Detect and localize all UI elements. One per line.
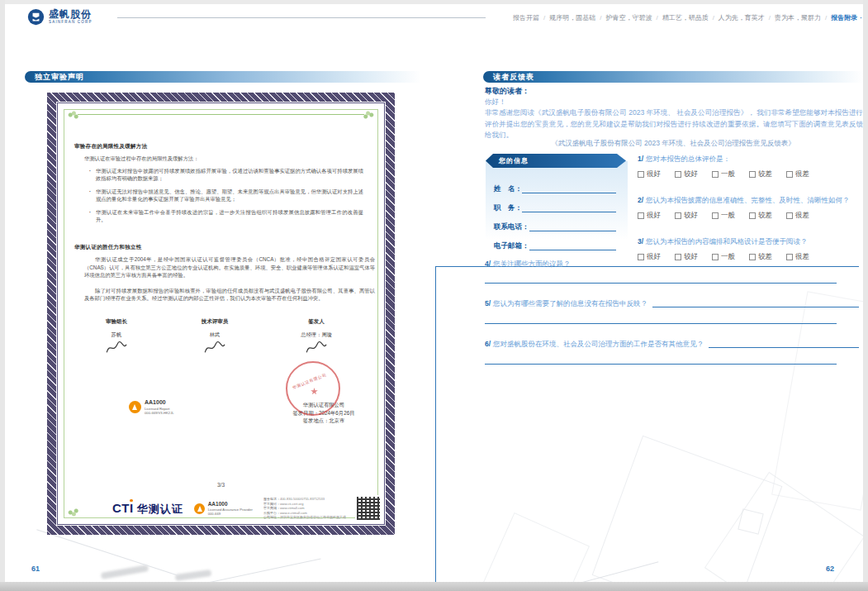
left-section-title: 独立审验声明 xyxy=(35,73,84,81)
page-edge xyxy=(0,0,5,591)
rating-option-label: 较差 xyxy=(758,169,772,179)
corner-ornament xyxy=(67,508,78,517)
field-input-line[interactable] xyxy=(529,250,617,250)
aa1000-icon xyxy=(194,503,205,514)
competence-paragraph: 华测认证成立于2004年，是经中国国家认证认可监督管理委员会（CNCA）批准，经… xyxy=(84,255,375,279)
limitations-bullets: 华测认证未对报告中披露的可持续发展绩效指标开展审验，仅通过访谈和查验事实证据的方… xyxy=(89,167,363,229)
question-6-inline-line[interactable] xyxy=(709,347,859,348)
aa1000-title: AA1000 xyxy=(145,399,174,407)
checkbox[interactable] xyxy=(638,171,644,178)
limitation-item: 华测认证在未来审验工作中会基于持续改进的宗旨，进一步关注报告组织可持续发展信息披… xyxy=(89,208,363,223)
signatory-role: 审验组长 xyxy=(104,318,129,326)
rating-option[interactable]: 一般 xyxy=(712,211,735,221)
feedback-intro: 非常感谢您阅读《武汉盛帆电子股份有限公司 2023 年环境、 社会及公司治理报告… xyxy=(485,107,863,141)
competence-heading: 华测认证的胜任力和独立性 xyxy=(74,244,142,251)
nav-item[interactable]: 报告开篇 xyxy=(513,14,549,21)
salutation: 尊敬的读者： xyxy=(485,86,529,97)
info-field: 电子邮箱： xyxy=(494,232,616,251)
question-5-answer-line[interactable] xyxy=(485,323,837,324)
nav-item[interactable]: 护青空，守碧波 xyxy=(605,14,662,21)
page-number-right: 62 xyxy=(826,565,834,573)
sail-logo-icon xyxy=(27,8,45,26)
signatory-name: 林武 xyxy=(202,331,229,339)
page-edge xyxy=(0,0,868,4)
background-watermark xyxy=(207,558,320,583)
handwritten-signature xyxy=(202,340,228,355)
competence-paragraph: 除了对可持续发展数据和报告的审验和核查外，审验组的任何成员都没有与武汉盛帆电子股… xyxy=(84,287,375,303)
field-label: 联系电话： xyxy=(494,222,529,232)
certificate-green-rule xyxy=(78,114,364,115)
brand-logo: 盛帆股份 SAINFRAN CORP xyxy=(27,8,92,26)
rating-option[interactable]: 较好 xyxy=(675,211,698,221)
background-watermark xyxy=(738,508,764,535)
checkbox[interactable] xyxy=(786,212,793,219)
question-1-options: 很好 较好 一般 较差 很差 xyxy=(638,169,862,179)
signatory: 技术评审员 林武 xyxy=(202,318,229,357)
greeting: 你好！ xyxy=(485,98,506,107)
nav-item[interactable]: 责为本，聚群力 xyxy=(775,14,831,21)
header-divider xyxy=(117,17,486,18)
rating-option[interactable]: 很好 xyxy=(638,169,661,179)
handwritten-signature xyxy=(304,340,330,355)
background-watermark xyxy=(771,291,868,510)
rating-option-label: 较好 xyxy=(684,211,698,221)
question-5-inline-line[interactable] xyxy=(652,307,859,307)
question-4-answer-line[interactable] xyxy=(485,283,837,284)
field-input-line[interactable] xyxy=(522,212,616,212)
limitation-item: 华测认证无法对报告中描述意见、信念、推论、愿望、期望、未来意图等观点出具审验意见… xyxy=(89,188,363,203)
background-watermark xyxy=(592,436,783,591)
left-section-title-bar: 独立审验声明 xyxy=(25,71,421,83)
rating-option-label: 较差 xyxy=(758,211,772,221)
rating-option[interactable]: 较差 xyxy=(749,169,772,179)
rating-option[interactable]: 很差 xyxy=(786,211,809,221)
limitations-heading: 审验存在的局限性及缓解方法 xyxy=(74,143,147,150)
nav-item-active[interactable]: 报告附录 xyxy=(831,13,857,22)
company-stamp: 华测认证有限公司 xyxy=(286,361,340,416)
nav-suffix: · xyxy=(860,14,862,21)
handwritten-signature xyxy=(103,340,129,355)
rating-option[interactable]: 较差 xyxy=(749,211,772,221)
nav-items: 报告开篇规序明，固基础护青空，守碧波精工艺，研品质人为先，育英才责为本，聚群力 xyxy=(513,13,831,22)
checkbox[interactable] xyxy=(675,171,681,178)
info-field: 职 务： xyxy=(494,194,616,213)
rating-option[interactable]: 很差 xyxy=(786,169,809,179)
cti-name: 华测认证 xyxy=(137,502,183,517)
checkbox[interactable] xyxy=(749,171,756,178)
question-5: 5/您认为有哪些需要了解的信息没有在报告中反映？ xyxy=(485,299,859,309)
stamp-star-icon xyxy=(311,388,318,395)
rating-option[interactable]: 很好 xyxy=(638,211,661,221)
background-watermark xyxy=(101,565,149,579)
issue-place: 签发地点：北京市 xyxy=(259,417,388,425)
question-2-label: 2/您认为本报告披露的信息准确性、完整性、及时性、清晰性如何？ xyxy=(638,196,862,206)
nav-item[interactable]: 规序明，固基础 xyxy=(549,14,605,21)
signatory: 签发人 总经理：周璇 xyxy=(301,318,332,357)
question-6-answer-line[interactable] xyxy=(485,364,837,365)
field-input-line[interactable] xyxy=(522,193,616,193)
cti-mark: CTI xyxy=(112,501,134,515)
contact-row: 公司地址：深圳市宝安区新安街道留仙三路华测检测大楼 xyxy=(263,515,346,520)
limitation-item: 华测认证未对报告中披露的可持续发展绩效指标开展审验，仅通过访谈和查验事实证据的方… xyxy=(89,167,363,182)
info-field: 联系电话： xyxy=(494,213,616,232)
nav-item[interactable]: 精工艺，研品质 xyxy=(662,14,719,21)
checkbox[interactable] xyxy=(712,171,719,178)
background-watermark xyxy=(481,512,590,591)
checkbox[interactable] xyxy=(749,212,756,219)
sheet-number: 3/3 xyxy=(56,482,386,488)
rating-option[interactable]: 一般 xyxy=(712,169,735,179)
field-input-line[interactable] xyxy=(529,231,617,231)
nav-item[interactable]: 人为先，育英才 xyxy=(719,14,775,21)
corner-ornament xyxy=(67,111,78,119)
contact-block: 服务电话：400-830-5000/0755-83712533 官方网站：www… xyxy=(263,497,346,520)
rating-option[interactable]: 较好 xyxy=(675,169,698,179)
checkbox[interactable] xyxy=(638,212,644,219)
question-4: 4/您关注哪些方面的议题？ xyxy=(485,260,859,269)
page-edge xyxy=(0,582,868,591)
checkbox[interactable] xyxy=(675,212,681,219)
checkbox[interactable] xyxy=(786,171,793,178)
question-2-options: 很好 较好 一般 较差 很差 xyxy=(638,211,862,221)
signatory-name: 总经理：周璇 xyxy=(301,331,332,339)
aa1000-icon xyxy=(129,401,141,413)
question-3-label: 3/您认为本报告的内容编排和风格设计是否便于阅读？ xyxy=(638,237,862,247)
aa1000-provider-badge: AA1000 Licensed Assurance Provider 000-6… xyxy=(194,501,253,517)
checkbox[interactable] xyxy=(712,212,719,219)
